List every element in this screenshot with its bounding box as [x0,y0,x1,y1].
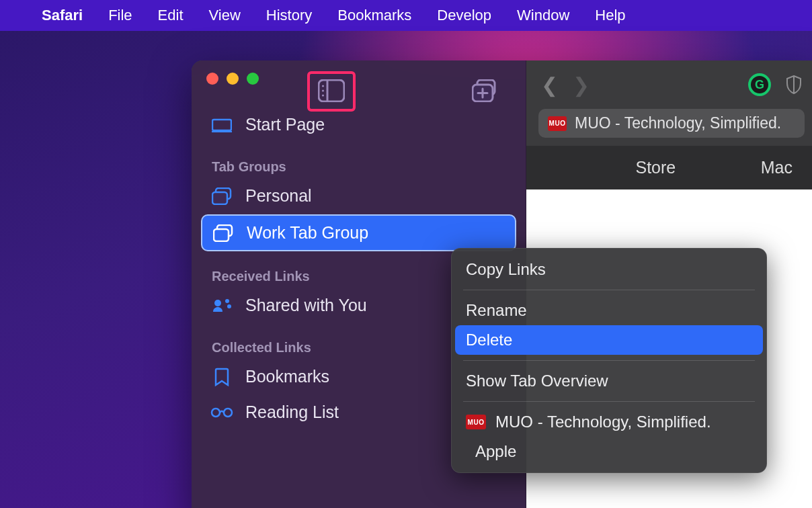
context-menu-show-tab-overview[interactable]: Show Tab Overview [451,366,767,396]
window-zoom-button[interactable] [247,73,259,85]
tab-group-icon [212,224,235,242]
svg-rect-14 [214,229,229,241]
tab-group-context-menu: Copy Links Rename Delete Show Tab Overvi… [451,248,767,473]
sidebar-start-page-label: Start Page [245,113,325,136]
menu-item-edit[interactable]: Edit [158,7,184,24]
svg-point-17 [227,304,231,308]
menu-separator [463,290,755,290]
tab-bar: MUO MUO - Technology, Simplified. [526,109,812,146]
context-menu-copy-links[interactable]: Copy Links [451,255,767,284]
sidebar-section-tab-groups: Tab Groups [201,143,516,177]
menu-item-file[interactable]: File [108,7,132,24]
window-traffic-lights [206,73,259,85]
menu-item-view[interactable]: View [209,7,241,24]
svg-point-2 [322,85,324,87]
menu-app-name[interactable]: Safari [42,7,83,24]
menu-item-bookmarks[interactable]: Bookmarks [337,7,411,24]
context-menu-item-label: Show Tab Overview [466,372,608,390]
svg-rect-9 [212,120,231,130]
menu-item-history[interactable]: History [266,7,312,24]
tab-group-icon [210,187,233,205]
grammarly-extension-icon[interactable]: G [748,73,771,96]
svg-point-15 [214,300,221,306]
menu-separator [463,401,755,402]
shared-with-you-icon [210,298,233,313]
context-menu-item-label: Rename [466,301,527,320]
svg-point-4 [322,94,324,96]
back-button[interactable]: ❮ [541,73,558,97]
sidebar-bookmarks-label: Bookmarks [245,365,329,388]
context-menu-item-label: Delete [466,331,512,349]
window-minimize-button[interactable] [227,73,239,85]
browser-toolbar: ❮ ❯ G [526,60,812,109]
menu-separator [463,360,755,361]
privacy-shield-icon[interactable] [786,75,802,94]
sidebar-reading-list-label: Reading List [245,400,339,424]
menu-bar: Safari File Edit View History Bookmarks … [0,0,812,31]
svg-rect-12 [212,192,227,204]
forward-button[interactable]: ❯ [573,73,590,97]
sidebar-tabgroup-label: Work Tab Group [247,221,368,245]
sidebar-tabgroup-work[interactable]: Work Tab Group [201,214,516,251]
context-menu-link[interactable]: MUO MUO - Technology, Simplified. [451,407,767,437]
website-nav-bar: Store Mac [526,146,812,189]
context-menu-rename[interactable]: Rename [451,296,767,325]
sidebar-shared-label: Shared with You [245,294,367,317]
start-page-icon [210,118,233,132]
menu-item-window[interactable]: Window [517,7,569,24]
sidebar-tabgroup-label: Personal [245,184,312,208]
link-favicon-icon: MUO [466,415,486,429]
context-menu-item-label: Copy Links [466,260,546,279]
svg-point-19 [224,409,232,417]
context-menu-link[interactable]: Apple [451,437,767,466]
menu-item-help[interactable]: Help [595,7,625,24]
context-menu-link-label: MUO - Technology, Simplified. [495,413,711,431]
svg-point-3 [322,89,324,91]
window-close-button[interactable] [206,73,218,85]
new-tab-group-button[interactable] [472,79,499,102]
site-nav-store[interactable]: Store [636,158,676,177]
site-nav-mac[interactable]: Mac [761,158,793,177]
svg-point-18 [212,409,220,417]
context-menu-delete[interactable]: Delete [455,325,763,355]
tab-favicon: MUO [548,116,567,131]
menu-item-develop[interactable]: Develop [437,7,491,24]
tab-title: MUO - Technology, Simplified. [575,114,781,132]
reading-list-icon [210,407,233,419]
sidebar-toggle-button[interactable] [318,79,345,102]
browser-tab[interactable]: MUO MUO - Technology, Simplified. [538,109,805,138]
sidebar-tabgroup-personal[interactable]: Personal [201,179,516,213]
svg-point-16 [225,299,229,303]
sidebar-start-page[interactable]: Start Page [201,108,516,142]
bookmark-icon [210,368,233,386]
context-menu-link-label: Apple [475,442,516,461]
